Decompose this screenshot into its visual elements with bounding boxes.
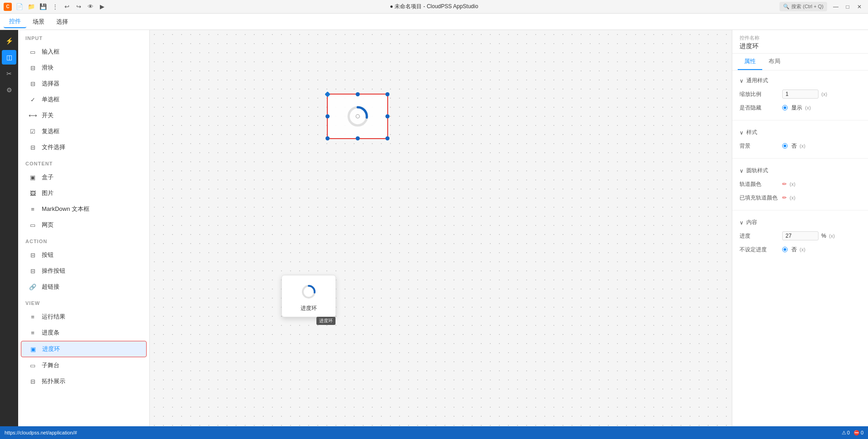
panel-item-input-box[interactable]: ▭ 输入框 xyxy=(21,44,147,60)
undo-btn[interactable]: ↩ xyxy=(62,2,72,12)
dot-canvas[interactable]: 进度环 进度环 xyxy=(150,30,732,426)
progress-bar-label: 进度条 xyxy=(42,329,59,337)
input-box-icon: ▭ xyxy=(28,47,37,56)
panel-item-hyperlink[interactable]: 🔗 超链接 xyxy=(21,279,147,294)
statusbar: https://cloudpss.net/application/# ⚠ 0 ⛔… xyxy=(0,426,868,439)
props-tab-layout[interactable]: 布局 xyxy=(762,54,787,70)
new-file-btn[interactable]: 📄 xyxy=(15,2,25,12)
panel-item-switch[interactable]: ⟷ 开关 xyxy=(21,108,147,123)
panel-item-progress-ring[interactable]: ▣ 进度环 xyxy=(21,341,147,357)
close-btn[interactable]: ✕ xyxy=(854,2,864,12)
panel-item-sub-stage[interactable]: ▭ 子舞台 xyxy=(21,358,147,373)
handle-bottom-left[interactable] xyxy=(326,136,330,140)
expand-label: 拓扑展示 xyxy=(42,377,65,385)
menu-select[interactable]: 选择 xyxy=(51,16,74,28)
handle-top-right[interactable] xyxy=(385,92,390,96)
handle-mid-left[interactable] xyxy=(326,115,330,119)
no-progress-x: (x) xyxy=(799,247,805,252)
action-button-label: 操作按钮 xyxy=(42,267,65,275)
track-color-edit[interactable]: ✏ xyxy=(782,181,787,187)
image-icon: 🖼 xyxy=(28,189,37,198)
webpage-label: 网页 xyxy=(42,221,54,229)
minimize-btn[interactable]: — xyxy=(831,2,841,12)
panel-item-slider[interactable]: ⊟ 滑块 xyxy=(21,60,147,75)
panel-item-button[interactable]: ⊟ 按钮 xyxy=(21,247,147,263)
panel-item-image[interactable]: 🖼 图片 xyxy=(21,185,147,201)
props-tabs: 属性 布局 xyxy=(732,54,868,70)
track-color-value: ✏ (x) xyxy=(782,181,861,187)
panel-item-selector[interactable]: ⊟ 选择器 xyxy=(21,76,147,91)
panel-item-box[interactable]: ▣ 盒子 xyxy=(21,170,147,185)
track-collapse-icon[interactable]: ∨ xyxy=(740,168,744,174)
progress-bar-icon: ≡ xyxy=(28,328,37,337)
selector-label: 选择器 xyxy=(42,80,59,88)
panel-item-action-button[interactable]: ⊟ 操作按钮 xyxy=(21,263,147,279)
more-btn[interactable]: ⋮ xyxy=(50,2,60,12)
hidden-label: 是否隐藏 xyxy=(740,104,779,112)
track-color-x: (x) xyxy=(789,181,795,187)
panel-item-expand[interactable]: ⊟ 拓扑展示 xyxy=(21,374,147,389)
scale-input[interactable] xyxy=(782,90,819,99)
preview-btn[interactable]: 👁 xyxy=(85,2,95,12)
props-section-style: ∨ 样式 背景 否 (x) xyxy=(732,122,868,156)
sidebar-icon-1[interactable]: ⚡ xyxy=(2,34,16,48)
progress-input[interactable] xyxy=(782,231,819,240)
filled-color-edit[interactable]: ✏ xyxy=(782,195,787,201)
panel-item-webpage[interactable]: ▭ 网页 xyxy=(21,217,147,233)
menu-controls[interactable]: 控件 xyxy=(4,15,26,28)
panel-item-progress-bar[interactable]: ≡ 进度条 xyxy=(21,325,147,340)
expand-icon: ⊟ xyxy=(28,377,37,386)
sub-stage-label: 子舞台 xyxy=(42,361,59,369)
redo-btn[interactable]: ↪ xyxy=(74,2,84,12)
window-title: ● 未命名项目 - CloudPSS AppStudio xyxy=(390,3,478,10)
content-collapse-icon[interactable]: ∨ xyxy=(740,220,744,226)
filled-color-value: ✏ (x) xyxy=(782,195,861,201)
component-label: 控件名称 xyxy=(740,35,861,41)
hidden-x: (x) xyxy=(805,105,811,110)
handle-bottom-mid[interactable] xyxy=(355,136,360,140)
titlebar-right: 🔍 搜索 (Ctrl + Q) — □ ✕ xyxy=(779,2,864,12)
panel-item-checkbox[interactable]: ☑ 复选框 xyxy=(21,124,147,139)
collapse-icon[interactable]: ∨ xyxy=(740,78,744,84)
file-icon: ⊟ xyxy=(28,143,37,152)
panel-item-run-result[interactable]: ≡ 运行结果 xyxy=(21,309,147,324)
scale-label: 缩放比例 xyxy=(740,90,779,98)
filled-color-label: 已填充轨道颜色 xyxy=(740,194,779,202)
widget-progress-ring[interactable] xyxy=(327,94,388,139)
progress-value-container: % (x) xyxy=(782,231,861,240)
handle-top-left[interactable] xyxy=(325,91,330,97)
scale-x: (x) xyxy=(821,91,827,97)
run-btn[interactable]: ▶ xyxy=(97,2,107,12)
hidden-radio-no[interactable] xyxy=(782,105,788,110)
handle-bottom-right[interactable] xyxy=(385,136,390,140)
maximize-btn[interactable]: □ xyxy=(843,2,853,12)
search-icon: 🔍 xyxy=(783,4,789,10)
drag-tooltip: 进度环 xyxy=(316,317,335,325)
hyperlink-label: 超链接 xyxy=(42,283,59,291)
props-tab-properties[interactable]: 属性 xyxy=(738,54,762,70)
section-action-label: ACTION xyxy=(18,233,149,247)
style-collapse-icon[interactable]: ∨ xyxy=(740,130,744,136)
panel-item-markdown[interactable]: ≡ MarkDown 文本框 xyxy=(21,201,147,217)
props-panel: 控件名称 进度环 属性 布局 ∨ 通用样式 缩放比例 (x) 是否隐藏 xyxy=(732,30,868,426)
button-label: 按钮 xyxy=(42,251,54,259)
menu-scene[interactable]: 场景 xyxy=(27,16,50,28)
sidebar-icon-4[interactable]: ⚙ xyxy=(2,83,16,97)
panel-item-radio[interactable]: ✓ 单选框 xyxy=(21,92,147,107)
sidebar-icon-3[interactable]: ✂ xyxy=(2,66,16,81)
handle-mid-right[interactable] xyxy=(385,115,390,119)
save-btn[interactable]: 💾 xyxy=(38,2,48,12)
progress-x: (x) xyxy=(829,233,835,239)
sidebar-icon-2[interactable]: ◫ xyxy=(2,50,16,65)
hidden-radio: 显示 xyxy=(782,104,802,112)
handle-top-mid[interactable] xyxy=(355,92,360,96)
panel-item-file[interactable]: ⊟ 文件选择 xyxy=(21,140,147,155)
window-controls: — □ ✕ xyxy=(831,2,864,12)
search-box[interactable]: 🔍 搜索 (Ctrl + Q) xyxy=(779,2,827,11)
section-input-label: INPUT xyxy=(18,30,149,44)
bg-radio-no[interactable] xyxy=(782,143,788,149)
canvas-area: ☐ main − ⊙ + 60% xyxy=(150,30,732,426)
props-section-track: ∨ 圆轨样式 轨道颜色 ✏ (x) 已填充轨道颜色 ✏ (x) xyxy=(732,160,868,208)
open-folder-btn[interactable]: 📁 xyxy=(26,2,36,12)
no-progress-radio-no[interactable] xyxy=(782,247,788,252)
